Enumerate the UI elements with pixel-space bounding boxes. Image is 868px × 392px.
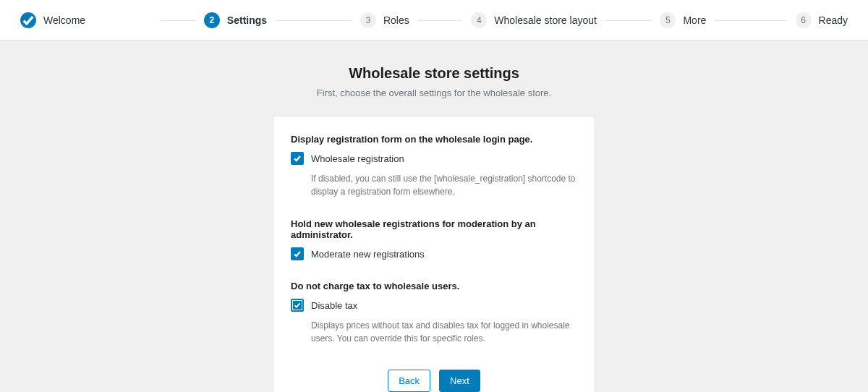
step-roles[interactable]: 3 Roles	[310, 12, 459, 28]
next-button[interactable]: Next	[439, 370, 480, 392]
step-number-icon: 4	[471, 12, 487, 28]
checkbox-disable-tax[interactable]	[291, 299, 304, 312]
step-number-icon: 6	[796, 12, 812, 28]
step-label: Wholesale store layout	[494, 14, 597, 26]
step-number-icon: 2	[204, 12, 220, 28]
section-moderation: Hold new wholesale registrations for mod…	[291, 218, 577, 260]
step-settings[interactable]: 2 Settings	[161, 12, 310, 28]
section-tax: Do not charge tax to wholesale users. Di…	[291, 281, 577, 345]
check-icon	[20, 12, 36, 28]
wizard-stepper: Welcome 2 Settings 3 Roles 4 Wholesale s…	[0, 0, 868, 41]
step-label: Welcome	[43, 14, 85, 26]
page-subtitle: First, choose the overall settings for t…	[317, 88, 551, 98]
checkbox-label: Wholesale registration	[311, 153, 404, 164]
card-actions: Back Next	[291, 370, 577, 392]
step-number-icon: 5	[660, 12, 676, 28]
checkbox-label: Disable tax	[311, 300, 357, 311]
step-ready[interactable]: 6 Ready	[758, 12, 856, 28]
section-title: Do not charge tax to wholesale users.	[291, 281, 577, 291]
section-registration: Display registration form on the wholesa…	[291, 134, 577, 198]
section-title: Display registration form on the wholesa…	[291, 134, 577, 145]
step-label: More	[683, 14, 706, 26]
step-more[interactable]: 5 More	[608, 12, 757, 28]
step-label: Settings	[227, 14, 267, 26]
step-welcome[interactable]: Welcome	[12, 12, 161, 28]
back-button[interactable]: Back	[388, 370, 430, 392]
step-number-icon: 3	[360, 12, 376, 28]
checkbox-label: Moderate new registrations	[311, 249, 425, 260]
checkbox-moderate-registrations[interactable]	[291, 247, 304, 260]
page-title: Wholesale store settings	[349, 65, 519, 82]
help-text: Displays prices without tax and disables…	[311, 319, 577, 345]
checkbox-wholesale-registration[interactable]	[291, 152, 304, 165]
section-title: Hold new wholesale registrations for mod…	[291, 218, 577, 240]
settings-card: Display registration form on the wholesa…	[273, 116, 595, 392]
main-content: Wholesale store settings First, choose t…	[0, 41, 868, 392]
help-text: If disabled, you can still use the [whol…	[311, 172, 577, 198]
step-label: Roles	[383, 14, 409, 26]
step-label: Ready	[819, 14, 848, 26]
step-layout[interactable]: 4 Wholesale store layout	[459, 12, 608, 28]
